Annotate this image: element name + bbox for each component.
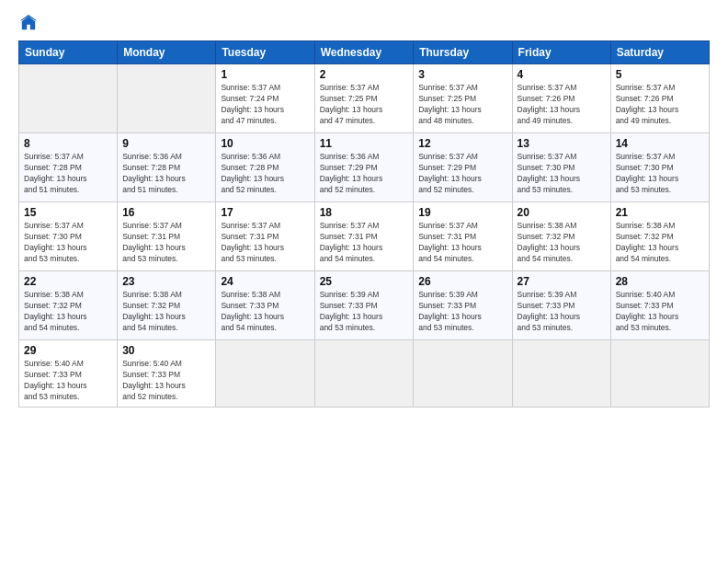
table-row — [512, 340, 610, 408]
table-row — [216, 340, 314, 408]
col-tuesday: Tuesday — [216, 41, 314, 64]
day-number: 14 — [616, 137, 704, 150]
table-row — [414, 340, 512, 408]
page: Sunday Monday Tuesday Wednesday Thursday… — [0, 0, 728, 563]
table-row: 30Sunrise: 5:40 AMSunset: 7:33 PMDayligh… — [118, 340, 216, 408]
table-row: 25Sunrise: 5:39 AMSunset: 7:33 PMDayligh… — [314, 271, 414, 340]
day-info: Sunrise: 5:37 AMSunset: 7:31 PMDaylight:… — [122, 221, 210, 265]
table-row: 11Sunrise: 5:36 AMSunset: 7:29 PMDayligh… — [314, 133, 414, 202]
header — [18, 15, 710, 31]
table-row — [314, 340, 414, 408]
day-number: 3 — [418, 68, 506, 81]
day-info: Sunrise: 5:38 AMSunset: 7:32 PMDaylight:… — [518, 221, 606, 265]
day-info: Sunrise: 5:37 AMSunset: 7:31 PMDaylight:… — [320, 221, 409, 265]
col-friday: Friday — [512, 41, 610, 64]
table-row — [118, 64, 216, 133]
calendar-header-row: Sunday Monday Tuesday Wednesday Thursday… — [19, 41, 710, 64]
table-row: 10Sunrise: 5:36 AMSunset: 7:28 PMDayligh… — [216, 133, 314, 202]
day-info: Sunrise: 5:37 AMSunset: 7:25 PMDaylight:… — [320, 83, 409, 127]
table-row: 26Sunrise: 5:39 AMSunset: 7:33 PMDayligh… — [414, 271, 512, 340]
day-number: 8 — [24, 137, 112, 150]
table-row: 28Sunrise: 5:40 AMSunset: 7:33 PMDayligh… — [610, 271, 709, 340]
day-info: Sunrise: 5:37 AMSunset: 7:28 PMDaylight:… — [24, 152, 112, 196]
logo — [18, 15, 37, 31]
table-row: 29Sunrise: 5:40 AMSunset: 7:33 PMDayligh… — [19, 340, 118, 408]
day-number: 19 — [418, 206, 506, 219]
day-number: 12 — [418, 137, 506, 150]
day-number: 25 — [320, 275, 409, 288]
col-wednesday: Wednesday — [314, 41, 414, 64]
table-row: 19Sunrise: 5:37 AMSunset: 7:31 PMDayligh… — [414, 202, 512, 271]
day-info: Sunrise: 5:39 AMSunset: 7:33 PMDaylight:… — [418, 290, 506, 334]
table-row — [610, 340, 709, 408]
table-row: 9Sunrise: 5:36 AMSunset: 7:28 PMDaylight… — [118, 133, 216, 202]
day-number: 17 — [221, 206, 309, 219]
table-row: 13Sunrise: 5:37 AMSunset: 7:30 PMDayligh… — [512, 133, 610, 202]
col-thursday: Thursday — [414, 41, 512, 64]
day-info: Sunrise: 5:37 AMSunset: 7:31 PMDaylight:… — [418, 221, 506, 265]
day-number: 16 — [122, 206, 210, 219]
calendar-week-row: 22Sunrise: 5:38 AMSunset: 7:32 PMDayligh… — [19, 271, 710, 340]
col-sunday: Sunday — [19, 41, 118, 64]
table-row: 24Sunrise: 5:38 AMSunset: 7:33 PMDayligh… — [216, 271, 314, 340]
table-row: 4Sunrise: 5:37 AMSunset: 7:26 PMDaylight… — [512, 64, 610, 133]
day-number: 27 — [518, 275, 606, 288]
day-number: 2 — [320, 68, 409, 81]
day-info: Sunrise: 5:40 AMSunset: 7:33 PMDaylight:… — [616, 290, 704, 334]
table-row: 23Sunrise: 5:38 AMSunset: 7:32 PMDayligh… — [118, 271, 216, 340]
day-info: Sunrise: 5:38 AMSunset: 7:32 PMDaylight:… — [122, 290, 210, 334]
day-number: 29 — [24, 344, 112, 357]
day-info: Sunrise: 5:40 AMSunset: 7:33 PMDaylight:… — [122, 359, 210, 403]
table-row: 18Sunrise: 5:37 AMSunset: 7:31 PMDayligh… — [314, 202, 414, 271]
day-info: Sunrise: 5:37 AMSunset: 7:30 PMDaylight:… — [518, 152, 606, 196]
calendar-week-row: 15Sunrise: 5:37 AMSunset: 7:30 PMDayligh… — [19, 202, 710, 271]
day-number: 18 — [320, 206, 409, 219]
day-number: 20 — [518, 206, 606, 219]
day-info: Sunrise: 5:37 AMSunset: 7:29 PMDaylight:… — [418, 152, 506, 196]
day-info: Sunrise: 5:37 AMSunset: 7:26 PMDaylight:… — [616, 83, 704, 127]
day-info: Sunrise: 5:36 AMSunset: 7:28 PMDaylight:… — [221, 152, 309, 196]
table-row: 8Sunrise: 5:37 AMSunset: 7:28 PMDaylight… — [19, 133, 118, 202]
day-number: 9 — [122, 137, 210, 150]
logo-icon — [20, 15, 37, 31]
table-row: 20Sunrise: 5:38 AMSunset: 7:32 PMDayligh… — [512, 202, 610, 271]
day-number: 15 — [24, 206, 112, 219]
table-row: 5Sunrise: 5:37 AMSunset: 7:26 PMDaylight… — [610, 64, 709, 133]
col-monday: Monday — [118, 41, 216, 64]
day-number: 4 — [518, 68, 606, 81]
day-number: 1 — [221, 68, 309, 81]
day-info: Sunrise: 5:38 AMSunset: 7:32 PMDaylight:… — [616, 221, 704, 265]
day-info: Sunrise: 5:37 AMSunset: 7:30 PMDaylight:… — [24, 221, 112, 265]
calendar-table: Sunday Monday Tuesday Wednesday Thursday… — [18, 40, 710, 408]
day-number: 28 — [616, 275, 704, 288]
day-info: Sunrise: 5:37 AMSunset: 7:30 PMDaylight:… — [616, 152, 704, 196]
day-number: 30 — [122, 344, 210, 357]
day-number: 21 — [616, 206, 704, 219]
day-info: Sunrise: 5:37 AMSunset: 7:24 PMDaylight:… — [221, 83, 309, 127]
day-info: Sunrise: 5:39 AMSunset: 7:33 PMDaylight:… — [320, 290, 409, 334]
calendar-week-row: 8Sunrise: 5:37 AMSunset: 7:28 PMDaylight… — [19, 133, 710, 202]
day-number: 10 — [221, 137, 309, 150]
table-row: 22Sunrise: 5:38 AMSunset: 7:32 PMDayligh… — [19, 271, 118, 340]
day-number: 11 — [320, 137, 409, 150]
logo-text — [18, 15, 37, 31]
table-row: 27Sunrise: 5:39 AMSunset: 7:33 PMDayligh… — [512, 271, 610, 340]
day-info: Sunrise: 5:36 AMSunset: 7:28 PMDaylight:… — [122, 152, 210, 196]
day-info: Sunrise: 5:37 AMSunset: 7:25 PMDaylight:… — [418, 83, 506, 127]
table-row: 2Sunrise: 5:37 AMSunset: 7:25 PMDaylight… — [314, 64, 414, 133]
day-info: Sunrise: 5:39 AMSunset: 7:33 PMDaylight:… — [518, 290, 606, 334]
table-row: 15Sunrise: 5:37 AMSunset: 7:30 PMDayligh… — [19, 202, 118, 271]
day-info: Sunrise: 5:38 AMSunset: 7:32 PMDaylight:… — [24, 290, 112, 334]
table-row — [19, 64, 118, 133]
table-row: 16Sunrise: 5:37 AMSunset: 7:31 PMDayligh… — [118, 202, 216, 271]
table-row: 17Sunrise: 5:37 AMSunset: 7:31 PMDayligh… — [216, 202, 314, 271]
calendar-week-row: 29Sunrise: 5:40 AMSunset: 7:33 PMDayligh… — [19, 340, 710, 408]
calendar-week-row: 1Sunrise: 5:37 AMSunset: 7:24 PMDaylight… — [19, 64, 710, 133]
table-row: 12Sunrise: 5:37 AMSunset: 7:29 PMDayligh… — [414, 133, 512, 202]
day-info: Sunrise: 5:40 AMSunset: 7:33 PMDaylight:… — [24, 359, 112, 403]
day-number: 13 — [518, 137, 606, 150]
day-number: 26 — [418, 275, 506, 288]
day-info: Sunrise: 5:38 AMSunset: 7:33 PMDaylight:… — [221, 290, 309, 334]
col-saturday: Saturday — [610, 41, 709, 64]
table-row: 14Sunrise: 5:37 AMSunset: 7:30 PMDayligh… — [610, 133, 709, 202]
